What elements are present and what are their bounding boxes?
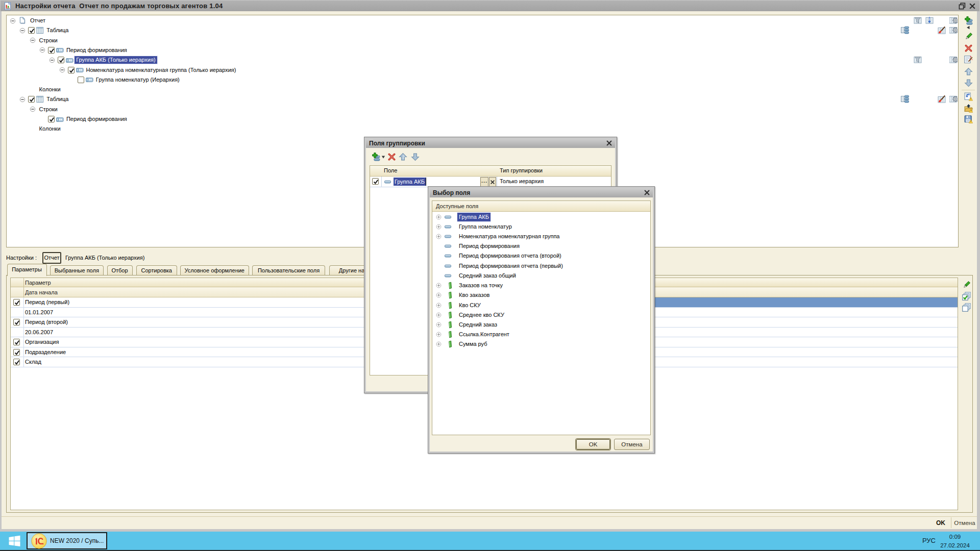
field-item[interactable]: Ссылка.Контрагент [432,330,650,339]
structure-icon[interactable] [901,95,910,104]
expander-expand-icon[interactable] [435,311,443,319]
param-checkbox[interactable] [13,319,20,325]
cancel-button[interactable]: Отмена [953,518,976,528]
tree-row[interactable]: Таблица [7,94,958,105]
expander-collapse-icon[interactable] [29,105,37,113]
add-menu-button[interactable] [966,26,970,30]
gear-icon[interactable] [949,16,958,25]
field-item[interactable]: Период формирования [432,241,650,251]
field-item[interactable]: Средний заказ [432,320,650,330]
tree-row[interactable]: Отчет [7,16,958,26]
tree-row[interactable]: Строки [7,105,958,115]
expander-collapse-icon[interactable] [58,66,66,74]
gear-icon[interactable] [949,56,958,64]
add-button[interactable] [964,16,973,25]
field-item[interactable]: Заказов на точку [432,281,650,290]
tree-row[interactable]: Номенклатура номенклатурная группа (Толь… [7,65,958,76]
field-item[interactable]: Группа номенклатур [432,222,650,232]
scope-report-button[interactable]: Отчет [42,252,61,264]
tree-row[interactable]: Колонки [7,124,958,134]
choose-field-button[interactable]: ... [480,177,488,187]
field-item[interactable]: Номенклатура номенклатурная группа [432,232,650,241]
tree-item-checkbox[interactable] [28,27,35,34]
tree-row[interactable]: Строки [7,36,958,46]
expander-expand-icon[interactable] [435,282,443,289]
tree-item-checkbox[interactable] [68,67,75,73]
column-header-field[interactable]: Поле [384,167,397,173]
language-indicator[interactable]: РУС [919,532,939,550]
brush-icon[interactable] [938,26,946,35]
move-down-button[interactable] [411,153,420,161]
table-row[interactable]: Группа АКБ ... Только иерархия [370,177,611,187]
dialog-cancel-button[interactable]: Отмена [614,439,650,450]
expander-expand-icon[interactable] [435,331,443,338]
tab-выбранные-поля[interactable]: Выбранные поля [50,265,104,276]
field-item[interactable]: Кво СКУ [432,300,650,310]
tree-row[interactable]: Группа номенклатур (Иерархия) [7,75,958,85]
field-item[interactable]: Период формирования отчета (второй) [432,251,650,261]
delete-button[interactable] [387,153,396,161]
expander-collapse-icon[interactable] [9,17,17,25]
grouping-type-cell[interactable]: Только иерархия [500,178,544,184]
field-item[interactable]: Средний заказ общий [432,271,650,281]
dialog-ok-button[interactable]: OK [576,439,610,450]
restore-settings-button[interactable] [964,92,973,101]
edit-button[interactable] [964,32,973,41]
brush-icon[interactable] [938,95,946,104]
clear-field-button[interactable] [489,177,496,187]
tab-сортировка[interactable]: Сортировка [136,265,177,276]
tree-row[interactable]: Таблица [7,26,958,36]
move-up-button[interactable] [964,67,973,76]
expander-collapse-icon[interactable] [48,56,56,64]
param-checkbox[interactable] [13,339,20,345]
tree-row[interactable]: Колонки [7,85,958,95]
param-checkbox[interactable] [13,299,20,306]
expander-collapse-icon[interactable] [18,27,27,35]
tree-item-checkbox[interactable] [28,96,35,103]
field-item[interactable]: Сумма руб [432,339,650,349]
expander-collapse-icon[interactable] [38,46,46,54]
sort-icon[interactable] [925,16,934,25]
params-group-header[interactable]: Дата начала [25,287,58,297]
tab-параметры[interactable]: Параметры [7,264,47,276]
field-item[interactable]: Группа АКБ [432,212,650,222]
param-checkbox[interactable] [13,359,20,365]
param-value[interactable]: 20.06.2007 [25,328,53,337]
expander-expand-icon[interactable] [435,213,443,221]
field-item[interactable]: Среднее кво СКУ [432,310,650,320]
expander-expand-icon[interactable] [435,340,443,348]
delete-button[interactable] [964,44,973,53]
field-item[interactable]: Кво заказов [432,290,650,300]
tab-условное-оформление[interactable]: Условное оформление [180,265,249,276]
tree-item-checkbox[interactable] [48,116,55,122]
field-item[interactable]: Период формирования отчета (первый) [432,261,650,271]
load-settings-button[interactable] [964,104,973,113]
tree-item-checkbox[interactable] [48,47,55,54]
move-up-button[interactable] [399,153,407,161]
tree-row[interactable]: Период формирования [7,114,958,124]
expander-expand-icon[interactable] [435,291,443,299]
tree-item-checkbox[interactable] [78,77,84,83]
uncheck-all-button[interactable] [962,303,971,312]
clock-date[interactable]: 27.02.2024 [939,542,971,549]
edit-button[interactable] [962,281,971,289]
filter-icon[interactable] [914,16,922,25]
column-header-grouping-type[interactable]: Тип группировки [500,167,543,173]
field-name-edit[interactable]: Группа АКБ [394,178,426,186]
dialog-close-button[interactable] [644,189,651,196]
tab-отбор[interactable]: Отбор [107,265,133,276]
expander-expand-icon[interactable] [435,223,443,231]
gear-icon[interactable] [949,26,958,35]
expander-expand-icon[interactable] [435,233,443,240]
structure-icon[interactable] [901,26,910,35]
wizard-button[interactable] [964,55,973,64]
add-menu-button[interactable] [381,155,385,159]
expander-expand-icon[interactable] [435,321,443,329]
row-checkbox[interactable] [372,178,379,185]
tab-пользовательские-поля[interactable]: Пользовательские поля [252,265,325,276]
param-checkbox[interactable] [13,349,20,356]
move-down-button[interactable] [964,79,973,87]
ok-button[interactable]: OK [933,518,948,528]
param-value[interactable]: 01.01.2007 [25,308,53,317]
dialog-close-button[interactable] [606,139,614,147]
